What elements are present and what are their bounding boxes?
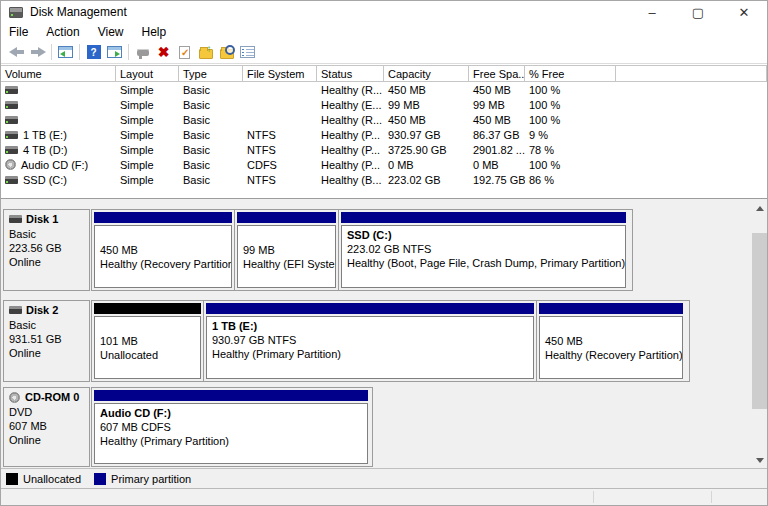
forward-arrow-glyph [30,47,46,57]
volume-list-pane: Volume Layout Type File System Status Ca… [1,65,767,198]
mark-active-icon[interactable] [174,42,195,62]
partition-block[interactable]: SSD (C:)223.02 GB NTFSHealthy (Boot, Pag… [339,210,628,290]
partition-block[interactable]: 450 MBHealthy (Recovery Partition) [92,210,235,290]
popup-glyph [137,49,149,56]
disk-title: Disk 1 [9,213,87,225]
scrollbar-down-icon[interactable] [752,453,767,468]
column-header-volume[interactable]: Volume [1,66,116,81]
filler-cell [616,142,767,157]
volume-name: 4 TB (D:) [23,144,67,156]
disk-label[interactable]: CD-ROM 0DVD607 MBOnline [3,387,90,467]
delete-volume-icon[interactable]: ✖ [153,42,174,62]
file-system-cell: CDFS [243,157,317,172]
status-cell: Healthy (R... [317,112,384,127]
volume-cell [1,82,116,97]
scrollbar-up-icon[interactable] [752,201,767,216]
partition-block[interactable]: 1 TB (E:)930.97 GB NTFSHealthy (Primary … [204,301,537,381]
column-header-capacity[interactable]: Capacity [384,66,469,81]
status-divider [711,491,712,503]
partition-block[interactable]: 450 MBHealthy (Recovery Partition) [537,301,685,381]
question-glyph: ? [87,45,101,59]
disk-icon [9,306,22,314]
partition-info-box: 99 MBHealthy (EFI System [237,225,336,288]
partition-info-box: 1 TB (E:)930.97 GB NTFSHealthy (Primary … [206,316,534,379]
explore-folder-icon[interactable] [216,42,237,62]
menu-action[interactable]: Action [46,25,88,39]
column-header-layout[interactable]: Layout [116,66,179,81]
partition-title: 1 TB (E:) [212,319,528,333]
partition-block[interactable]: Audio CD (F:)607 MB CDFSHealthy (Primary… [92,388,370,466]
toolbar: ?✖ [1,41,767,64]
partition-info-line: 450 MB [545,334,677,348]
partition-type-bar [206,303,534,314]
partition-info-box: 450 MBHealthy (Recovery Partition) [539,316,683,379]
window-title: Disk Management [30,5,127,19]
popup-menu-icon[interactable] [132,42,153,62]
partition-info-box: 101 MBUnallocated [94,316,201,379]
pct-free-cell: 100 % [525,82,616,97]
volume-row[interactable]: SimpleBasicHealthy (E...99 MB99 MB100 % [1,97,767,112]
type-cell: Basic [179,127,243,142]
file-system-cell [243,112,317,127]
partition-block[interactable]: 101 MBUnallocated [92,301,204,381]
volume-row[interactable]: 1 TB (E:)SimpleBasicNTFSHealthy (P...930… [1,127,767,142]
partitions-container: 101 MBUnallocated1 TB (E:)930.97 GB NTFS… [91,300,690,382]
minimize-button[interactable]: – [629,1,675,23]
volume-row[interactable]: Audio CD (F:)SimpleBasicCDFSHealthy (P..… [1,157,767,172]
action-pane-icon[interactable] [104,42,125,62]
forward-icon[interactable] [27,42,48,62]
disk-row: CD-ROM 0DVD607 MBOnlineAudio CD (F:)607 … [3,387,749,467]
column-header-free-space[interactable]: Free Spa... [469,66,525,81]
column-header-pct-free[interactable]: % Free [525,66,616,81]
volume-row[interactable]: SSD (C:)SimpleBasicNTFSHealthy (B...223.… [1,172,767,187]
back-icon[interactable] [6,42,27,62]
status-cell: Healthy (P... [317,127,384,142]
details-view-icon[interactable] [237,42,258,62]
volume-cell: 4 TB (D:) [1,142,116,157]
layout-cell: Simple [116,157,179,172]
layout-cell: Simple [116,112,179,127]
action-window-glyph [107,46,122,58]
console-tree-icon[interactable] [55,42,76,62]
open-folder-icon[interactable] [195,42,216,62]
volume-icon [5,101,18,109]
partition-info-line: Healthy (Primary Partition) [100,434,362,448]
partitions-container: 450 MBHealthy (Recovery Partition)99 MBH… [91,209,633,291]
volume-row[interactable]: 4 TB (D:)SimpleBasicNTFSHealthy (P...372… [1,142,767,157]
legend-bar: UnallocatedPrimary partition [1,468,767,488]
column-header-type[interactable]: Type [179,66,243,81]
close-button[interactable]: ✕ [721,1,767,23]
help-icon[interactable]: ? [83,42,104,62]
volume-row[interactable]: SimpleBasicHealthy (R...450 MB450 MB100 … [1,112,767,127]
file-system-cell [243,97,317,112]
menu-help[interactable]: Help [142,25,176,39]
partition-block[interactable]: 99 MBHealthy (EFI System [235,210,339,290]
volume-rows: SimpleBasicHealthy (R...450 MB450 MB100 … [1,82,767,187]
legend-item: Primary partition [94,473,191,485]
console-window-glyph [58,46,73,58]
menu-bar: FileActionViewHelp [1,23,767,41]
menu-file[interactable]: File [9,25,37,39]
legend-label: Primary partition [111,473,191,485]
free-space-cell: 0 MB [469,157,525,172]
column-header-file-system[interactable]: File System [243,66,317,81]
app-icon [9,7,23,18]
free-space-cell: 86.37 GB [469,127,525,142]
filler-cell [616,97,767,112]
partition-info-line: 930.97 GB NTFS [212,333,528,347]
volume-cell: Audio CD (F:) [1,157,116,172]
scrollbar-thumb[interactable] [752,233,767,409]
column-header-status[interactable]: Status [317,66,384,81]
partition-info-box: SSD (C:)223.02 GB NTFSHealthy (Boot, Pag… [341,225,626,288]
partition-info-line: 99 MB [243,243,330,257]
disk-label[interactable]: Disk 2Basic931.51 GBOnline [3,300,90,382]
menu-view[interactable]: View [98,25,133,39]
capacity-cell: 450 MB [384,82,469,97]
disk-label[interactable]: Disk 1Basic223.56 GBOnline [3,209,90,291]
partition-type-bar [94,212,232,223]
filler-cell [616,157,767,172]
capacity-cell: 930.97 GB [384,127,469,142]
status-cell: Healthy (R... [317,82,384,97]
volume-row[interactable]: SimpleBasicHealthy (R...450 MB450 MB100 … [1,82,767,97]
maximize-button[interactable]: ▢ [675,1,721,23]
